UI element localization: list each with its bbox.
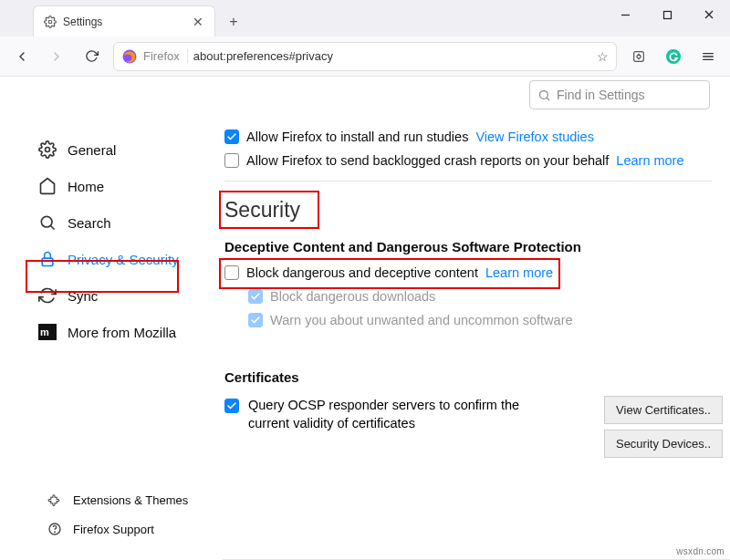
home-icon bbox=[38, 177, 57, 195]
sidebar-item-label: General bbox=[68, 142, 116, 158]
sidebar-item-label: Sync bbox=[68, 288, 98, 304]
shield-icon[interactable] bbox=[626, 44, 652, 69]
grammarly-extension-icon[interactable] bbox=[661, 44, 686, 69]
back-button[interactable] bbox=[9, 44, 35, 69]
sidebar-item-label: Search bbox=[68, 215, 111, 231]
checkbox-crash-reports[interactable] bbox=[224, 153, 239, 168]
window-maximize-button[interactable] bbox=[646, 0, 688, 29]
find-in-settings-input[interactable]: Find in Settings bbox=[529, 80, 710, 109]
search-icon bbox=[537, 88, 551, 102]
sidebar-item-privacy-security[interactable]: Privacy & Security bbox=[0, 241, 210, 277]
sidebar-item-more-mozilla[interactable]: m More from Mozilla bbox=[0, 314, 210, 350]
sidebar-item-label: Extensions & Themes bbox=[73, 493, 188, 507]
svg-point-7 bbox=[666, 49, 681, 64]
lock-icon bbox=[38, 250, 57, 268]
puzzle-icon bbox=[46, 491, 64, 509]
security-devices-button[interactable]: Security Devices.. bbox=[604, 430, 723, 458]
sidebar-footer-extensions-themes[interactable]: Extensions & Themes bbox=[0, 485, 188, 514]
gear-icon bbox=[43, 15, 57, 29]
allow-studies-label: Allow Firefox to install and run studies bbox=[246, 130, 468, 144]
block-learn-more-link[interactable]: Learn more bbox=[485, 265, 553, 280]
bookmark-star-icon[interactable]: ☆ bbox=[597, 49, 609, 64]
url-prefix: Firefox bbox=[143, 49, 188, 63]
sidebar-item-label: Firefox Support bbox=[73, 523, 154, 536]
help-icon bbox=[46, 520, 64, 538]
sidebar-item-home[interactable]: Home bbox=[0, 168, 210, 204]
deceptive-content-heading: Deceptive Content and Dangerous Software… bbox=[224, 239, 712, 254]
svg-rect-6 bbox=[634, 51, 644, 61]
checkbox-allow-studies[interactable] bbox=[224, 130, 239, 144]
sidebar-item-label: Home bbox=[68, 179, 104, 194]
checkbox-warn-uncommon bbox=[248, 313, 263, 327]
crash-learn-more-link[interactable]: Learn more bbox=[616, 153, 683, 168]
svg-rect-14 bbox=[42, 258, 53, 265]
certificates-heading: Certificates bbox=[224, 369, 712, 385]
mozilla-logo-icon: m bbox=[38, 323, 57, 341]
svg-point-11 bbox=[46, 148, 50, 152]
warn-uncommon-label: Warn you about unwanted and uncommon sof… bbox=[270, 313, 573, 327]
view-certificates-button[interactable]: View Certificates.. bbox=[604, 396, 723, 424]
window-close-button[interactable] bbox=[688, 0, 730, 29]
sidebar: General Home Search Privacy & Security S… bbox=[0, 77, 210, 560]
search-icon bbox=[38, 213, 57, 232]
url-bar[interactable]: Firefox about:preferences#privacy ☆ bbox=[113, 42, 617, 71]
block-downloads-label: Block dangerous downloads bbox=[270, 289, 435, 304]
view-firefox-studies-link[interactable]: View Firefox studies bbox=[475, 130, 593, 144]
close-tab-icon[interactable]: ✕ bbox=[191, 15, 205, 29]
tab-title: Settings bbox=[63, 16, 185, 28]
svg-rect-2 bbox=[663, 11, 671, 18]
svg-point-12 bbox=[41, 216, 52, 227]
sidebar-item-general[interactable]: General bbox=[0, 131, 210, 168]
sidebar-item-label: Privacy & Security bbox=[68, 252, 179, 267]
svg-point-19 bbox=[540, 90, 548, 99]
firefox-logo-icon bbox=[121, 48, 138, 65]
new-tab-button[interactable]: + bbox=[221, 9, 246, 35]
sidebar-footer-firefox-support[interactable]: Firefox Support bbox=[0, 514, 188, 544]
svg-point-18 bbox=[55, 532, 56, 533]
sync-icon bbox=[38, 286, 57, 305]
app-menu-button[interactable] bbox=[695, 44, 721, 69]
block-dangerous-label: Block dangerous and deceptive content bbox=[246, 265, 478, 280]
content: Find in Settings Allow Firefox to instal… bbox=[210, 77, 730, 560]
window-minimize-button[interactable] bbox=[604, 0, 646, 29]
ocsp-label: Query OCSP responder servers to confirm … bbox=[248, 396, 549, 433]
checkbox-block-dangerous[interactable] bbox=[224, 265, 239, 280]
checkbox-block-downloads bbox=[248, 289, 263, 304]
url-path: about:preferences#privacy bbox=[193, 49, 591, 63]
security-heading: Security bbox=[224, 198, 712, 223]
sidebar-item-sync[interactable]: Sync bbox=[0, 277, 210, 314]
find-placeholder: Find in Settings bbox=[557, 88, 645, 102]
browser-tab[interactable]: Settings ✕ bbox=[33, 5, 215, 36]
svg-point-0 bbox=[48, 20, 52, 24]
forward-button[interactable] bbox=[44, 44, 69, 69]
svg-line-13 bbox=[51, 226, 55, 230]
crash-reports-label: Allow Firefox to send backlogged crash r… bbox=[246, 153, 609, 168]
svg-line-20 bbox=[547, 98, 549, 100]
svg-text:m: m bbox=[40, 327, 49, 337]
checkbox-query-ocsp[interactable] bbox=[224, 399, 239, 413]
sidebar-item-search[interactable]: Search bbox=[0, 204, 210, 241]
sidebar-item-label: More from Mozilla bbox=[68, 325, 176, 340]
divider bbox=[224, 181, 712, 181]
watermark: wsxdn.com bbox=[676, 546, 725, 556]
reload-button[interactable] bbox=[78, 44, 104, 69]
gear-icon bbox=[38, 140, 57, 159]
